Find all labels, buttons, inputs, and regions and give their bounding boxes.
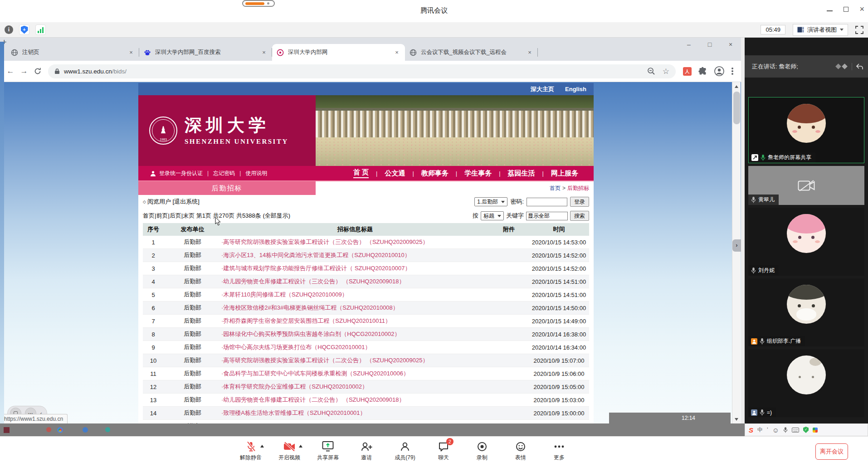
link-english[interactable]: English [565, 86, 586, 92]
toolbox-grid-icon[interactable] [813, 428, 818, 433]
sidebar-collapse-handle[interactable]: › [732, 239, 741, 252]
password-field[interactable] [527, 198, 567, 206]
back-reply-arrow-icon[interactable] [856, 63, 863, 70]
meeting-button-emoji[interactable]: 表情 [506, 440, 535, 462]
keyword-input[interactable] [526, 212, 568, 220]
scroll-down-arrow-icon[interactable] [732, 415, 741, 423]
section-tab-logistics-bids[interactable]: 后勤招标 [138, 181, 316, 195]
nav-item-2[interactable]: 教师事务 [421, 169, 449, 178]
punctuation-icon[interactable]: ’ [767, 427, 768, 433]
meeting-button-camera-off[interactable]: 开启视频 [275, 440, 304, 462]
back-button[interactable]: ← [4, 64, 17, 78]
keyboard-icon[interactable] [792, 428, 799, 433]
close-button[interactable]: × [859, 5, 864, 13]
bid-title-link[interactable]: ·海滨小区13、14栋中间化粪池污水管道更换工程（SZUHQ202010010） [221, 251, 489, 259]
options-caret-icon[interactable] [260, 445, 264, 448]
extensions-puzzle-icon[interactable] [698, 67, 707, 76]
nav-item-3[interactable]: 学生事务 [464, 169, 492, 178]
bid-title-link[interactable]: ·食品科学与加工研究中心中试车间楼板承重检测（SZUHQ202010006） [221, 370, 489, 378]
reload-button[interactable] [31, 64, 44, 78]
options-caret-icon[interactable] [299, 445, 302, 448]
meeting-button-invite[interactable]: 邀请 [352, 440, 381, 462]
nav-item-0[interactable]: 首 页 [353, 168, 369, 178]
network-signal-icon[interactable] [35, 24, 46, 35]
pdf-extension-icon[interactable]: 人 [683, 67, 692, 76]
tab-close-icon[interactable]: × [526, 49, 533, 56]
nav-item-1[interactable]: 公文通 [385, 169, 405, 178]
bid-title-link[interactable]: ·木犀轩110房间修缮工程（SZUHQ202010009） [221, 291, 489, 299]
bid-title-link[interactable]: ·场馆中心高尔夫练习场更换打位布（HQCG202010001） [221, 343, 489, 351]
bid-title-link[interactable]: ·建筑与城市规划学院多功能报告厅修缮工程设计（ SZUHQ202010007） [221, 264, 489, 272]
restore-button[interactable] [844, 7, 848, 12]
logout-link[interactable]: [退出系统] [173, 198, 200, 206]
department-select[interactable]: 1.后勤部 [474, 197, 507, 206]
meeting-info-icon[interactable]: i [5, 25, 13, 34]
forward-button[interactable]: → [17, 64, 31, 78]
link-szu-home[interactable]: 深大主页 [531, 85, 554, 93]
meeting-button-share-screen[interactable]: 共享屏幕 [313, 440, 342, 462]
security-shield-icon[interactable]: + [19, 24, 29, 35]
browser-maximize-button[interactable]: □ [699, 38, 720, 53]
url-input[interactable]: www1.szu.edu.cn/bids/ ☆ [48, 64, 676, 78]
scrollbar-thumb[interactable] [733, 92, 740, 124]
participant-tile-0[interactable]: 詹老师的屏幕共享 [748, 97, 864, 163]
tab-close-icon[interactable]: × [393, 49, 400, 56]
breadcrumb-home-link[interactable]: 首页 [550, 185, 561, 191]
login-button[interactable]: 登录 [570, 197, 589, 207]
bookmark-star-icon[interactable]: ☆ [663, 67, 669, 76]
browser-tab-1[interactable]: 深圳大学内部网_百度搜索× [139, 44, 272, 61]
meeting-button-mic-off[interactable]: 解除静音 [236, 440, 265, 462]
zoom-out-icon[interactable] [647, 67, 655, 75]
meeting-button-chat[interactable]: 聊天2 [429, 440, 458, 462]
browser-menu-kebab-icon[interactable] [731, 67, 734, 75]
tab-close-icon[interactable]: × [260, 49, 268, 56]
taskbar-chrome-icon[interactable] [57, 427, 63, 433]
search-field-select[interactable]: 标题 [481, 211, 504, 220]
participant-tile-4[interactable]: =) [748, 349, 864, 417]
browser-tab-3[interactable]: 云会议下载_视频会议下载_远程会× [405, 44, 538, 61]
emoji-picker-icon[interactable]: ☺ [772, 426, 779, 434]
bid-title-link[interactable]: ·致理楼A栋生活给水管维修工程（SZUHQ202010001） [221, 409, 489, 417]
sogou-logo-icon[interactable]: S [749, 426, 753, 434]
browser-minimize-button[interactable]: – [678, 38, 699, 53]
login-link-0[interactable]: 登录统一身份认证 [159, 170, 203, 177]
browser-tab-2[interactable]: 深圳大学内部网× [272, 44, 405, 61]
taskbar-app-icon[interactable] [83, 427, 88, 433]
view-mode-dropdown[interactable]: 演讲者视图 [793, 24, 848, 36]
bid-title-link[interactable]: ·高等研究院胡强教授实验室装修工程设计（三次公告） （SZUHQ20200902… [221, 238, 489, 246]
meeting-button-record[interactable]: 录制 [468, 440, 497, 462]
bid-title-link[interactable]: ·园林绿化中心购买秋季预防病虫害越冬涂白剂（HQCG202010002） [221, 330, 489, 338]
scroll-up-arrow-icon[interactable] [732, 82, 741, 91]
minimize-button[interactable] [827, 10, 833, 11]
login-link-1[interactable]: 忘记密码 [213, 170, 235, 177]
page-scrollbar[interactable] [732, 82, 741, 423]
meeting-button-more[interactable]: 更多 [545, 440, 574, 462]
tab-close-icon[interactable]: × [127, 49, 135, 56]
meeting-button-members[interactable]: 成员(79) [390, 440, 419, 462]
login-link-2[interactable]: 使用说明 [245, 170, 267, 177]
bid-title-link[interactable]: ·幼儿园旁物资仓库修建工程设计（二次公告） （SZUHQ202009018） [221, 396, 489, 404]
bid-title-link[interactable]: ·体育科学研究院办公室维修工程（SZUHQ202010002） [221, 383, 489, 391]
participant-tile-2[interactable]: 刘丹妮 [748, 208, 864, 276]
bid-title-link[interactable]: ·高等研究院胡强教授实验室装修工程设计（二次公告） （SZUHQ20200902… [221, 356, 489, 365]
browser-close-button[interactable]: × [720, 38, 741, 53]
bid-title-link[interactable]: ·乔相乔森阁学生宿舍架空层安装围挡工程（SZUHQ202010011） [221, 317, 489, 325]
profile-avatar-icon[interactable] [714, 66, 724, 76]
security-check-icon[interactable]: ✓ [803, 427, 809, 433]
leave-meeting-button[interactable]: 离开会议 [815, 443, 848, 460]
nav-item-4[interactable]: 荔园生活 [508, 169, 535, 178]
bid-title-link[interactable]: ·幼儿园旁物资仓库修建工程设计（三次公告） （SZUHQ202009018） [221, 277, 489, 286]
taskbar-app-icon[interactable] [4, 427, 10, 433]
taskbar-app-icon[interactable] [46, 427, 51, 432]
participant-tile-1[interactable]: 黄翠儿 [748, 166, 864, 205]
nav-item-5[interactable]: 网上服务 [551, 169, 578, 178]
taskbar-app-icon[interactable] [105, 427, 110, 432]
participant-tile-3[interactable]: 组织部李.广播 [748, 278, 864, 346]
bid-title-link[interactable]: ·沧海校区致信楼2#和3#电梯更换钢丝绳工程（SZUHQ202010008） [221, 304, 489, 312]
fullscreen-button[interactable] [855, 26, 863, 34]
input-lang-indicator[interactable]: 中 [757, 426, 763, 434]
sogou-input-bar[interactable]: S 中 ’ ☺ ✓ [745, 423, 868, 436]
voice-input-icon[interactable] [783, 427, 788, 433]
search-button[interactable]: 搜索 [570, 211, 589, 221]
browser-tab-0[interactable]: 注销页× [6, 44, 139, 61]
